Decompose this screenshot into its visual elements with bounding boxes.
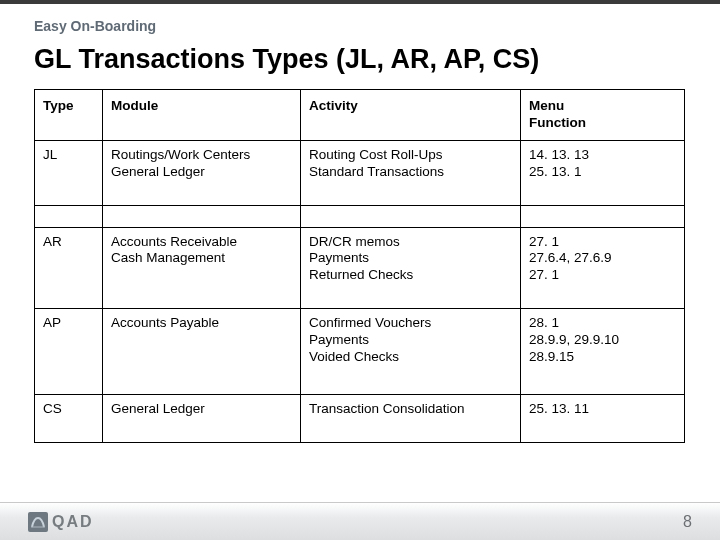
cell-type: AP: [35, 309, 103, 395]
brand-name: QAD: [52, 513, 94, 531]
svg-rect-0: [28, 512, 48, 532]
cell-menu: 14. 13. 13 25. 13. 1: [521, 140, 685, 205]
cell-empty: [301, 205, 521, 227]
table-row: JL Routings/Work Centers General Ledger …: [35, 140, 685, 205]
eyebrow-label: Easy On-Boarding: [34, 18, 692, 34]
table-row: AP Accounts Payable Confirmed Vouchers P…: [35, 309, 685, 395]
cell-empty: [35, 205, 103, 227]
col-header-module: Module: [103, 90, 301, 141]
page-title: GL Transactions Types (JL, AR, AP, CS): [34, 44, 692, 75]
col-header-type: Type: [35, 90, 103, 141]
cell-empty: [103, 205, 301, 227]
footer-bar: QAD 8: [0, 502, 720, 540]
cell-activity: Transaction Consolidation: [301, 394, 521, 442]
cell-module: Routings/Work Centers General Ledger: [103, 140, 301, 205]
gl-transactions-table: Type Module Activity Menu Function JL Ro…: [34, 89, 685, 443]
cell-type: JL: [35, 140, 103, 205]
table-row-spacer: [35, 205, 685, 227]
cell-module: Accounts Payable: [103, 309, 301, 395]
cell-module: Accounts Receivable Cash Management: [103, 227, 301, 309]
cell-activity: DR/CR memos Payments Returned Checks: [301, 227, 521, 309]
cell-activity: Routing Cost Roll-Ups Standard Transacti…: [301, 140, 521, 205]
col-header-menu-function: Menu Function: [521, 90, 685, 141]
cell-menu: 28. 1 28.9.9, 29.9.10 28.9.15: [521, 309, 685, 395]
cell-activity: Confirmed Vouchers Payments Voided Check…: [301, 309, 521, 395]
table-header-row: Type Module Activity Menu Function: [35, 90, 685, 141]
slide-content: Easy On-Boarding GL Transactions Types (…: [0, 4, 720, 443]
qad-logo-icon: [28, 512, 48, 532]
cell-menu: 25. 13. 11: [521, 394, 685, 442]
brand-logo: QAD: [28, 512, 94, 532]
table-row: CS General Ledger Transaction Consolidat…: [35, 394, 685, 442]
cell-module: General Ledger: [103, 394, 301, 442]
cell-empty: [521, 205, 685, 227]
cell-type: CS: [35, 394, 103, 442]
col-header-activity: Activity: [301, 90, 521, 141]
page-number: 8: [683, 513, 692, 531]
cell-menu: 27. 1 27.6.4, 27.6.9 27. 1: [521, 227, 685, 309]
table-row: AR Accounts Receivable Cash Management D…: [35, 227, 685, 309]
cell-type: AR: [35, 227, 103, 309]
